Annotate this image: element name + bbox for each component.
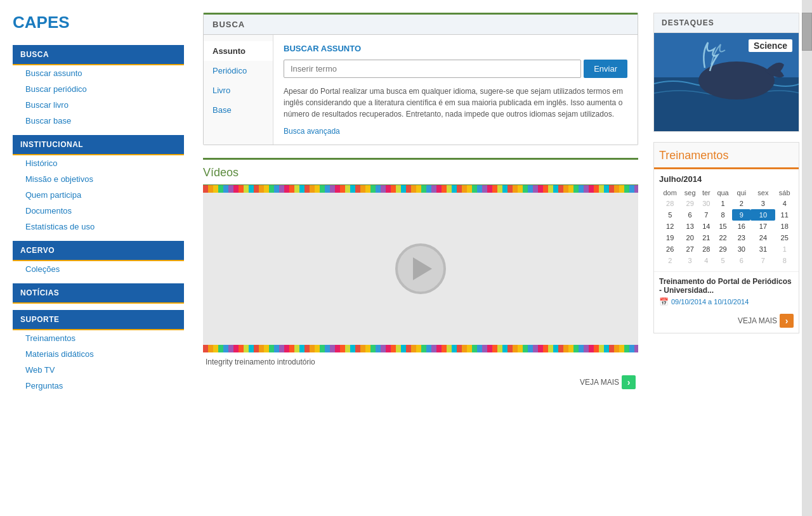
cal-day: 19	[659, 232, 681, 243]
cal-day: 17	[750, 221, 775, 232]
svg-point-2	[698, 61, 775, 100]
right-column: DESTAQUES	[647, 13, 799, 406]
calendar-icon: 📅	[659, 297, 669, 306]
busca-box: BUSCA Assunto Periódico Livro Base BUSCA…	[203, 13, 638, 145]
cal-day: 16	[732, 221, 750, 232]
calendar-week-5: 26 27 28 29 30 31 1	[659, 243, 794, 255]
treinamentos-veja-mais-arrow-icon: ›	[780, 314, 794, 328]
videos-header: Vídeos	[203, 160, 638, 185]
event-date: 📅 09/10/2014 a 10/10/2014	[659, 297, 794, 306]
sidebar-link-buscar-periodico[interactable]: Buscar periódico	[13, 81, 184, 97]
cal-day: 31	[750, 243, 775, 255]
videos-veja-mais-arrow-icon: ›	[622, 375, 636, 389]
cal-header-ter: ter	[699, 188, 714, 198]
sidebar-link-buscar-assunto[interactable]: Buscar assunto	[13, 65, 184, 81]
cal-day: 4	[699, 255, 714, 266]
cal-day-today: 9	[732, 209, 750, 221]
tab-base[interactable]: Base	[204, 100, 273, 120]
sidebar-link-quem-participa[interactable]: Quem participa	[13, 187, 184, 203]
science-label: Science	[749, 39, 792, 52]
sidebar-link-missao[interactable]: Missão e objetivos	[13, 171, 184, 187]
cal-day: 1	[775, 243, 794, 255]
cal-day: 14	[699, 221, 714, 232]
sidebar: CAPES BUSCA Buscar assunto Buscar periód…	[0, 0, 197, 516]
calendar: Julho/2014 dom seg ter qua qui sex sáb	[654, 169, 799, 271]
videos-veja-mais-label: VEJA MAIS	[580, 378, 619, 387]
event-title: Treinamento do Portal de Periódicos - Un…	[659, 277, 794, 295]
tab-periodico[interactable]: Periódico	[204, 61, 273, 81]
videos-section: Vídeos Integrity treinamento introdutóri…	[203, 158, 638, 393]
busca-input-row: Enviar	[284, 60, 627, 78]
calendar-week-4: 19 20 21 22 23 24 25	[659, 232, 794, 243]
busca-body: Assunto Periódico Livro Base BUSCAR ASSU…	[204, 35, 638, 145]
destaques-image: Science Rebounding whale populations are…	[654, 33, 799, 131]
calendar-week-1: 28 29 30 1 2 3 4	[659, 198, 794, 209]
treinamentos-title: Treinamentos	[659, 149, 794, 162]
sidebar-suporte-label: SUPORTE	[13, 310, 184, 330]
sidebar-link-colecoes[interactable]: Coleções	[13, 261, 184, 277]
sidebar-link-estatisticas[interactable]: Estatísticas de uso	[13, 219, 184, 235]
sidebar-section-busca: BUSCA Buscar assunto Buscar periódico Bu…	[13, 45, 184, 129]
sidebar-link-treinamentos[interactable]: Treinamentos	[13, 330, 184, 346]
cal-day: 8	[714, 209, 733, 221]
sidebar-link-perguntas[interactable]: Perguntas	[13, 378, 184, 394]
cal-day: 18	[775, 221, 794, 232]
sidebar-link-web-tv[interactable]: Web TV	[13, 362, 184, 378]
sidebar-acervo-label: ACERVO	[13, 241, 184, 261]
destaques-box: DESTAQUES	[653, 13, 799, 132]
calendar-header-row: dom seg ter qua qui sex sáb	[659, 188, 794, 198]
sidebar-link-materiais-didaticos[interactable]: Materiais didáticos	[13, 346, 184, 362]
site-logo[interactable]: CAPES	[13, 13, 184, 32]
busca-search-input[interactable]	[284, 60, 581, 78]
cal-day: 7	[750, 255, 775, 266]
busca-content-title: BUSCAR ASSUNTO	[284, 44, 627, 53]
sidebar-link-buscar-base[interactable]: Buscar base	[13, 113, 184, 129]
cal-header-dom: dom	[659, 188, 681, 198]
cal-day: 13	[681, 221, 699, 232]
busca-content: BUSCAR ASSUNTO Enviar Apesar do Portal r…	[273, 35, 638, 145]
cal-day: 6	[681, 209, 699, 221]
scrollbar[interactable]	[802, 0, 812, 516]
cal-day-today: 10	[750, 209, 775, 221]
scrollbar-thumb[interactable]	[802, 13, 812, 51]
video-play-button[interactable]	[395, 243, 446, 294]
calendar-month: Julho/2014	[659, 174, 794, 184]
cal-day: 21	[699, 232, 714, 243]
busca-enviar-button[interactable]: Enviar	[584, 60, 627, 78]
cal-day: 3	[681, 255, 699, 266]
videos-veja-mais-btn[interactable]: VEJA MAIS ›	[580, 375, 636, 389]
calendar-week-3: 12 13 14 15 16 17 18	[659, 221, 794, 232]
cal-day: 29	[681, 198, 699, 209]
center-column: BUSCA Assunto Periódico Livro Base BUSCA…	[203, 13, 638, 406]
cal-day: 29	[714, 243, 733, 255]
cal-day: 28	[699, 243, 714, 255]
cal-day: 5	[659, 209, 681, 221]
sidebar-noticias-label: NOTÍCIAS	[13, 283, 184, 304]
treinamentos-veja-mais-btn[interactable]: VEJA MAIS ›	[738, 314, 794, 328]
busca-advanced-link[interactable]: Busca avançada	[284, 127, 340, 136]
cal-day: 23	[732, 232, 750, 243]
cal-day: 8	[775, 255, 794, 266]
cal-day: 6	[732, 255, 750, 266]
sidebar-section-label: BUSCA	[13, 45, 184, 65]
tab-assunto[interactable]: Assunto	[204, 41, 273, 61]
cal-header-seg: seg	[681, 188, 699, 198]
sidebar-link-historico[interactable]: Histórico	[13, 155, 184, 171]
sidebar-link-buscar-livro[interactable]: Buscar livro	[13, 97, 184, 113]
main-content: BUSCA Assunto Periódico Livro Base BUSCA…	[197, 0, 812, 516]
video-title: Integrity treinamento introdutório	[203, 352, 638, 371]
cal-day: 1	[714, 198, 733, 209]
videos-veja-mais-row: VEJA MAIS ›	[203, 371, 638, 393]
play-icon	[413, 257, 432, 280]
treinamentos-box: Treinamentos Julho/2014 dom seg ter qua …	[653, 142, 799, 333]
sidebar-link-documentos[interactable]: Documentos	[13, 203, 184, 219]
video-container[interactable]	[203, 193, 638, 345]
cal-day: 24	[750, 232, 775, 243]
cal-day: 4	[775, 198, 794, 209]
treinamento-event: Treinamento do Portal de Periódicos - Un…	[654, 271, 799, 311]
cal-day: 5	[714, 255, 733, 266]
tab-livro[interactable]: Livro	[204, 81, 273, 100]
cal-day: 2	[659, 255, 681, 266]
destaques-header: DESTAQUES	[654, 13, 799, 33]
video-bottom-stripes	[203, 345, 638, 352]
